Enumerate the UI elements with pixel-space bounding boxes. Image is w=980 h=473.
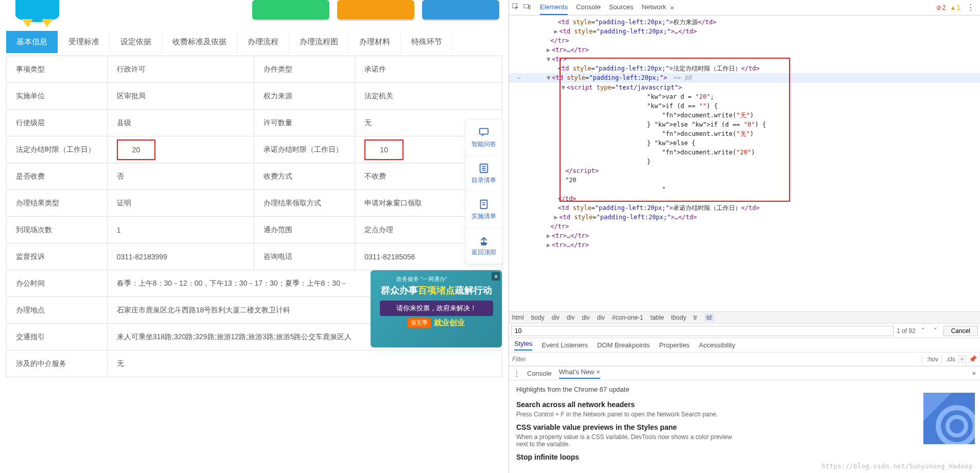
cell-label: 办理地点 xyxy=(7,297,108,324)
error-count[interactable]: ⊘2 xyxy=(936,4,946,11)
devtools-menu-icon[interactable]: ⋮ xyxy=(965,3,977,12)
crumb[interactable]: div xyxy=(552,314,559,321)
devtools-tab-network[interactable]: Network xyxy=(642,0,667,15)
crumb[interactable]: tr xyxy=(693,314,697,321)
device-icon[interactable] xyxy=(523,3,531,12)
crumb[interactable]: div xyxy=(567,314,574,321)
cell-label: 办公时间 xyxy=(7,270,108,297)
cell-value: 0311-82183999 xyxy=(107,243,254,270)
drawer-tab-console[interactable]: Console xyxy=(527,370,552,377)
cell-value: 法定机关 xyxy=(355,83,502,110)
cell-label: 承诺办结时限（工作日） xyxy=(254,136,355,163)
find-next-icon[interactable]: ˅ xyxy=(931,327,940,335)
elements-tree[interactable]: <td style="padding-left:20px;">权力来源</td>… xyxy=(509,15,980,311)
crumb[interactable]: #con-one-1 xyxy=(612,314,643,321)
close-drawer-icon[interactable]: × xyxy=(972,370,976,377)
highlight-heading: Stop infinite loops xyxy=(516,453,973,461)
top-action-1[interactable] xyxy=(252,0,329,20)
drawer-tab-whatsnew[interactable]: What's New × xyxy=(559,368,600,379)
cell-label: 通办范围 xyxy=(254,217,355,243)
close-icon[interactable]: × xyxy=(596,368,600,376)
devtools-logo-icon xyxy=(923,393,975,444)
subtab-dom-breakpoints[interactable]: DOM Breakpoints xyxy=(597,341,650,349)
devtools-tab-elements[interactable]: Elements xyxy=(540,0,568,15)
award-badge xyxy=(15,0,59,22)
cell-label: 收费方式 xyxy=(254,163,355,190)
cancel-button[interactable]: Cancel xyxy=(943,326,978,336)
tab-2[interactable]: 设定依据 xyxy=(110,31,162,53)
highlight-box xyxy=(559,58,790,202)
cell-label: 行使级层 xyxy=(7,110,108,136)
crumb[interactable]: table xyxy=(651,314,664,321)
devtools-tab-sources[interactable]: Sources xyxy=(609,0,634,15)
top-action-2[interactable] xyxy=(337,0,414,20)
drawer-tabs: ⋮ Console What's New × × xyxy=(509,366,980,380)
subtab-properties[interactable]: Properties xyxy=(659,341,690,349)
close-icon[interactable]: ✕ xyxy=(492,272,500,281)
subtab-styles[interactable]: Styles xyxy=(514,340,532,351)
highlight-text: Press Control + F in the Network panel t… xyxy=(516,411,732,418)
cell-label: 是否收费 xyxy=(7,163,108,190)
cell-label: 法定办结时限（工作日） xyxy=(7,136,108,163)
tab-7[interactable]: 特殊环节 xyxy=(401,31,453,53)
banner-sub: 请你来投票，政府来解决！ xyxy=(380,301,493,316)
crumb[interactable]: tbody xyxy=(671,314,686,321)
subtab-event-listeners[interactable]: Event Listeners xyxy=(541,341,588,349)
cell-value: 区审批局 xyxy=(107,83,254,110)
watermark: https://blog.csdn.net/Sunyukong_Hadoop xyxy=(821,463,973,470)
cell-label: 事项类型 xyxy=(7,56,108,83)
side-doc[interactable]: 实施清单 xyxy=(466,192,502,228)
crumb[interactable]: div xyxy=(597,314,605,321)
tab-4[interactable]: 办理流程 xyxy=(237,31,289,53)
devtools: ElementsConsoleSourcesNetwork » ⊘2 ▲1 ⋮ … xyxy=(509,0,980,473)
pin-icon[interactable]: 📌 xyxy=(969,355,977,363)
svg-text:TOP: TOP xyxy=(481,242,487,246)
find-input[interactable] xyxy=(511,326,894,336)
cell-value: 1 xyxy=(107,217,254,243)
filter-input[interactable] xyxy=(512,356,919,363)
cls-toggle[interactable]: .cls xyxy=(941,356,955,363)
new-rule-icon[interactable]: + xyxy=(958,356,966,363)
crumb[interactable]: div xyxy=(582,314,589,321)
crumb[interactable]: body xyxy=(531,314,545,321)
cell-value: 证明 xyxy=(107,190,254,217)
cell-label: 权力来源 xyxy=(254,83,355,110)
find-prev-icon[interactable]: ˄ xyxy=(919,327,928,335)
svg-rect-0 xyxy=(480,129,488,134)
inspect-icon[interactable] xyxy=(512,3,519,12)
devtools-toolbar: ElementsConsoleSourcesNetwork » ⊘2 ▲1 ⋮ xyxy=(509,0,980,15)
highlight-text: When a property value is a CSS variable,… xyxy=(516,433,732,448)
styles-filter-bar: :hov .cls + 📌 xyxy=(509,353,980,366)
whats-new-title: Highlights from the Chrome 67 update xyxy=(516,386,973,393)
devtools-tab-more[interactable]: » xyxy=(670,1,674,14)
find-bar: 1 of 92 ˄ ˅ Cancel xyxy=(509,324,980,338)
cell-label: 办理结果领取方式 xyxy=(254,190,355,217)
banner-season-badge: 第五季 xyxy=(408,318,431,328)
highlight-heading: CSS variable value previews in the Style… xyxy=(516,423,973,431)
cell-label: 到现场次数 xyxy=(7,217,108,243)
top-action-3[interactable] xyxy=(422,0,499,20)
side-top[interactable]: TOP返回顶部 xyxy=(466,228,502,264)
cell-label: 涉及的中介服务 xyxy=(7,351,108,377)
floating-banner[interactable]: ✕ 政务服务 "一网通办" 群众办事百项堵点疏解行动 请你来投票，政府来解决！ … xyxy=(371,270,502,347)
side-chat[interactable]: 智能问答 xyxy=(466,120,502,156)
cell-label: 监督投诉 xyxy=(7,243,108,270)
cell-label: 交通指引 xyxy=(7,324,108,351)
devtools-tab-console[interactable]: Console xyxy=(576,0,601,15)
drawer-menu-icon[interactable]: ⋮ xyxy=(513,370,520,377)
tab-5[interactable]: 办理流程图 xyxy=(289,31,349,53)
hov-toggle[interactable]: :hov xyxy=(922,356,938,363)
cell-label: 办件类型 xyxy=(254,56,355,83)
tab-3[interactable]: 收费标准及依据 xyxy=(162,31,237,53)
banner-topic: 就业创业 xyxy=(434,318,465,328)
breadcrumb[interactable]: htmlbodydivdivdivdiv#con-one-1tabletbody… xyxy=(509,311,980,324)
crumb[interactable]: html xyxy=(512,314,524,321)
tab-6[interactable]: 办理材料 xyxy=(349,31,401,53)
tab-1[interactable]: 受理标准 xyxy=(58,31,110,53)
subtab-accessibility[interactable]: Accessibility xyxy=(699,341,736,349)
crumb[interactable]: td xyxy=(705,313,714,322)
tab-0[interactable]: 基本信息 xyxy=(6,31,58,53)
highlight-heading: Search across all network headers xyxy=(516,400,973,409)
side-list[interactable]: 目录清单 xyxy=(466,156,502,192)
warning-count[interactable]: ▲1 xyxy=(950,4,960,11)
